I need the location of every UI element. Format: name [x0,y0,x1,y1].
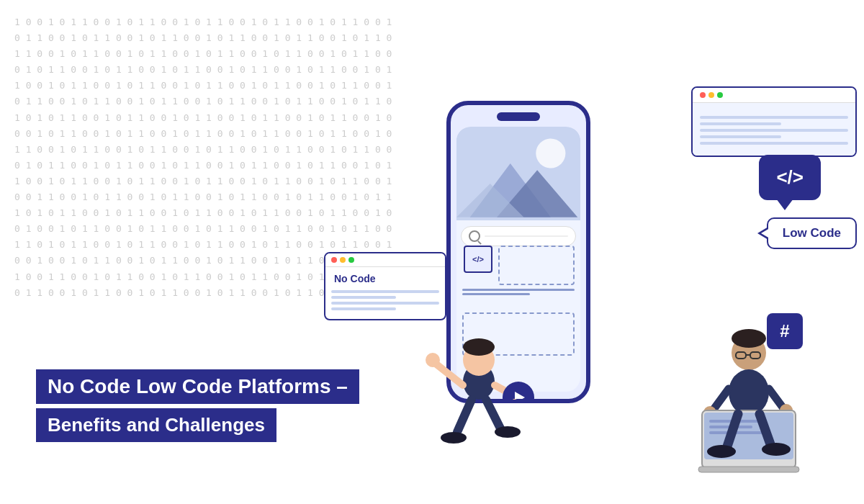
browser-lines [700,116,848,145]
browser-line-3 [700,129,848,132]
illustration-area: </> No [302,29,864,504]
svg-line-21 [713,389,729,410]
browser-content [693,103,855,156]
search-icon [469,230,480,242]
browser-line-4 [700,135,781,138]
svg-rect-29 [709,431,767,434]
browser-dot-red [700,92,706,98]
phone-line-full [462,289,575,291]
svg-point-7 [463,338,495,356]
window-dot-red [331,257,337,263]
wline-4 [331,307,396,310]
browser-dot-green [717,92,723,98]
svg-point-1 [536,138,565,168]
svg-line-10 [457,400,472,432]
phone-dashed-rect-1 [498,246,575,285]
window-lines [325,290,445,319]
svg-line-8 [436,364,463,385]
browser-window [691,86,857,157]
code-tag-text: </> [776,166,804,188]
svg-point-16 [732,329,766,348]
no-code-window: No Code [324,252,446,320]
search-line [485,235,568,237]
mountain-illustration [456,127,580,220]
phone-line-short [462,293,530,295]
svg-point-13 [495,426,521,438]
browser-line-1 [700,116,848,119]
low-code-label: Low Code [783,226,841,240]
title-line-1: No Code Low Code Platforms – [36,369,359,404]
phone-code-tag: </> [464,246,492,273]
low-code-bubble-tail-inner [761,228,770,238]
window-dot-green [348,257,354,263]
browser-titlebar [693,88,855,103]
phone-search-bar [461,226,576,246]
code-speech-bubble: </> [759,155,821,200]
browser-line-2 [700,122,781,125]
phone-image-area [456,127,580,220]
wline-3 [331,302,439,305]
person1-illustration [414,317,544,482]
svg-line-22 [769,389,783,408]
svg-rect-30 [698,467,799,472]
low-code-bubble: Low Code [767,217,857,249]
person2-illustration [684,313,814,486]
svg-point-33 [707,445,736,458]
title-line-2: Benefits and Challenges [36,408,276,442]
wline-2 [331,296,396,299]
svg-point-20 [729,369,769,415]
browser-line-5 [700,142,848,145]
phone-text-lines [462,289,575,293]
window-titlebar [325,253,445,267]
svg-line-11 [486,400,500,428]
window-dot-yellow [340,257,346,263]
svg-point-12 [441,432,467,444]
svg-point-34 [762,443,791,456]
title-block: No Code Low Code Platforms – Benefits an… [36,369,359,446]
browser-dot-yellow [708,92,714,98]
svg-point-14 [426,353,440,367]
speech-bubble-tail [776,199,793,210]
no-code-label: No Code [325,267,445,290]
wline-1 [331,290,439,293]
phone-notch [497,112,540,121]
main-content: No Code Low Code Platforms – Benefits an… [0,0,864,504]
